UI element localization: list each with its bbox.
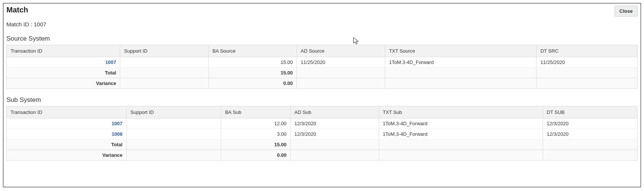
transaction-id-link[interactable]: 1007	[112, 121, 122, 126]
col-support-id[interactable]: Support ID	[120, 45, 208, 57]
variance-ba: 0.00	[221, 150, 291, 161]
variance-row: Variance 0.00	[7, 78, 638, 89]
col-ad-source[interactable]: AD Source	[297, 45, 385, 57]
col-dt-src[interactable]: DT SRC	[537, 45, 638, 57]
cell-dt: 12/3/2020	[543, 118, 637, 129]
cell-support-id	[127, 129, 221, 139]
col-dt-sub[interactable]: DT SUB	[543, 106, 637, 118]
col-transaction-id[interactable]: Transaction ID	[7, 45, 120, 57]
col-ad-sub[interactable]: AD Sub	[291, 106, 379, 118]
table-row: 1007 15.00 11/25/2020 1ToM.3-4D_Forward …	[7, 57, 638, 68]
source-system-title: Source System	[6, 35, 638, 42]
total-row: Total 15.00	[7, 139, 638, 150]
page-title: Match	[6, 6, 28, 14]
variance-row: Variance 0.00	[7, 150, 638, 161]
col-txt-source[interactable]: TXT Source	[385, 45, 537, 57]
sub-system-table: Transaction ID Support ID BA Sub AD Sub …	[6, 106, 638, 161]
table-row: 1007 12.00 12/3/2020 1ToM.3-4D_Forward 1…	[7, 118, 638, 129]
transaction-id-link[interactable]: 1008	[112, 131, 122, 137]
table-header-row: Transaction ID Support ID BA Source AD S…	[7, 45, 638, 57]
variance-ba: 0.00	[208, 78, 297, 89]
cell-support-id	[120, 57, 208, 68]
total-row: Total 15.00	[7, 68, 638, 78]
total-label: Total	[7, 68, 120, 78]
col-support-id[interactable]: Support ID	[127, 106, 221, 118]
col-ba-sub[interactable]: BA Sub	[221, 106, 291, 118]
cell-ba: 3.00	[221, 129, 291, 139]
col-ba-source[interactable]: BA Source	[208, 45, 297, 57]
table-row: 1008 3.00 12/3/2020 1ToM.3-4D_Forward 12…	[7, 129, 638, 139]
cell-ad: 12/3/2020	[291, 129, 379, 139]
transaction-id-link[interactable]: 1007	[105, 59, 116, 65]
match-id-label: Match ID : 1007	[6, 21, 638, 27]
cell-ba: 15.00	[208, 57, 297, 68]
variance-label: Variance	[7, 78, 120, 89]
sub-system-title: Sub System	[6, 96, 638, 104]
total-label: Total	[7, 139, 127, 150]
cell-txt: 1ToM.3-4D_Forward	[379, 129, 543, 139]
variance-label: Variance	[7, 150, 127, 161]
cell-ad: 11/25/2020	[297, 57, 385, 68]
cell-ad: 12/3/2020	[291, 118, 379, 129]
total-ba: 15.00	[221, 139, 291, 150]
total-ba: 15.00	[208, 68, 297, 78]
col-transaction-id[interactable]: Transaction ID	[7, 106, 127, 118]
cell-txt: 1ToM.3-4D_Forward	[379, 118, 543, 129]
cell-support-id	[127, 118, 221, 129]
col-txt-sub[interactable]: TXT Sub	[379, 106, 543, 118]
close-button[interactable]: Close	[615, 6, 638, 17]
table-header-row: Transaction ID Support ID BA Sub AD Sub …	[7, 106, 638, 118]
cell-txt: 1ToM.3-4D_Forward	[385, 57, 537, 68]
cell-dt: 12/3/2020	[543, 129, 637, 139]
cell-dt: 11/25/2020	[537, 57, 638, 68]
cell-ba: 12.00	[221, 118, 291, 129]
source-system-table: Transaction ID Support ID BA Source AD S…	[6, 45, 638, 89]
